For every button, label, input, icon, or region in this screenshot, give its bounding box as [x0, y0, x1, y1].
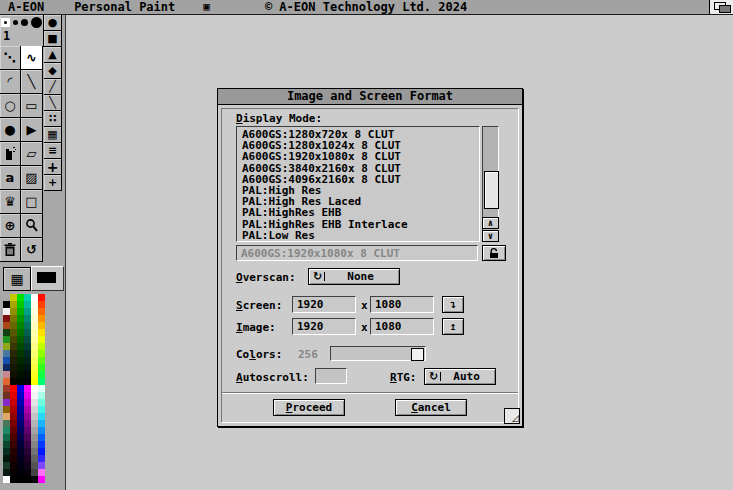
palette-color-cell[interactable] — [3, 301, 10, 308]
palette-color-cell[interactable] — [24, 329, 31, 336]
palette-color-cell[interactable] — [38, 399, 45, 406]
palette-color-cell[interactable] — [17, 392, 24, 399]
mode-list-scrollbar[interactable]: ∧ ∨ — [482, 126, 499, 242]
palette-color-cell[interactable] — [24, 301, 31, 308]
palette-color-cell[interactable] — [3, 434, 10, 441]
brush-size-selector[interactable]: 1 — [0, 15, 44, 47]
display-mode-option[interactable]: A600GS:1920x1080x 8 CLUT — [242, 151, 479, 162]
palette-color-cell[interactable] — [17, 371, 24, 378]
palette-color-cell[interactable] — [31, 448, 38, 455]
modifier-filled-triangle-button[interactable]: ▲ — [44, 47, 62, 63]
image-window-icon[interactable]: ▣ — [203, 0, 210, 14]
palette-color-cell[interactable] — [31, 294, 38, 301]
palette-color-cell[interactable] — [24, 385, 31, 392]
brush-size-4[interactable] — [31, 17, 42, 28]
palette-color-cell[interactable] — [10, 350, 17, 357]
palette-color-cell[interactable] — [31, 399, 38, 406]
tool-polygon-button[interactable]: ▶ — [21, 118, 43, 142]
palette-color-cell[interactable] — [17, 350, 24, 357]
modifier-sparse-dots-button[interactable]: ∷ — [44, 111, 62, 127]
palette-color-cell[interactable] — [3, 308, 10, 315]
palette-color-cell[interactable] — [10, 315, 17, 322]
screen-height-input[interactable]: 1080 — [370, 296, 434, 313]
palette-color-cell[interactable] — [38, 371, 45, 378]
palette-color-cell[interactable] — [17, 427, 24, 434]
tool-rectangle-button[interactable]: ▭ — [21, 94, 43, 118]
palette-color-cell[interactable] — [24, 455, 31, 462]
palette-color-cell[interactable] — [24, 420, 31, 427]
palette-color-cell[interactable] — [3, 336, 10, 343]
palette-color-cell[interactable] — [38, 301, 45, 308]
rtg-cycle[interactable]: ↻Auto — [424, 368, 496, 385]
modifier-diagonal-thin-button[interactable]: ╱ — [44, 79, 62, 95]
palette-color-cell[interactable] — [31, 350, 38, 357]
palette-color-cell[interactable] — [3, 441, 10, 448]
palette-color-cell[interactable] — [17, 441, 24, 448]
palette-color-cell[interactable] — [17, 308, 24, 315]
palette-color-cell[interactable] — [31, 427, 38, 434]
palette-color-cell[interactable] — [31, 385, 38, 392]
image-width-input[interactable]: 1920 — [292, 318, 356, 335]
lock-button[interactable] — [482, 245, 506, 261]
palette-color-cell[interactable] — [31, 336, 38, 343]
palette-color-cell[interactable] — [3, 427, 10, 434]
palette-color-cell[interactable] — [17, 420, 24, 427]
palette-color-cell[interactable] — [24, 399, 31, 406]
palette-color-cell[interactable] — [38, 329, 45, 336]
palette-color-cell[interactable] — [10, 427, 17, 434]
dialog-title-bar[interactable]: Image and Screen Format — [218, 89, 522, 105]
palette-color-cell[interactable] — [10, 322, 17, 329]
scroll-up-button[interactable]: ∧ — [482, 217, 499, 229]
palette-color-cell[interactable] — [10, 294, 17, 301]
palette-color-cell[interactable] — [17, 434, 24, 441]
palette-color-cell[interactable] — [38, 294, 45, 301]
modifier-horizontal-lines-button[interactable]: ≡ — [44, 143, 62, 159]
palette-color-cell[interactable] — [24, 476, 31, 483]
palette-color-cell[interactable] — [3, 413, 10, 420]
palette-color-cell[interactable] — [10, 406, 17, 413]
palette-color-cell[interactable] — [17, 469, 24, 476]
modifier-diagonal-thick-button[interactable]: ╲ — [44, 95, 62, 111]
palette-color-cell[interactable] — [24, 406, 31, 413]
palette-color-cell[interactable] — [3, 406, 10, 413]
palette-color-cell[interactable] — [31, 378, 38, 385]
palette-color-cell[interactable] — [31, 420, 38, 427]
palette-color-cell[interactable] — [3, 455, 10, 462]
palette-color-cell[interactable] — [31, 413, 38, 420]
palette-color-cell[interactable] — [3, 350, 10, 357]
palette-color-cell[interactable] — [24, 322, 31, 329]
current-color-swatch[interactable] — [37, 272, 56, 283]
tool-curve-button[interactable]: ◜ — [0, 70, 21, 94]
palette-color-cell[interactable] — [31, 371, 38, 378]
modifier-dense-dots-button[interactable]: ▦ — [44, 127, 62, 143]
palette-grid-button[interactable]: ▦ — [3, 267, 31, 291]
tool-ellipse-button[interactable]: ○ — [0, 94, 21, 118]
tool-zoom-button[interactable] — [21, 214, 43, 238]
tool-crown-brush-button[interactable]: ♛ — [0, 190, 21, 214]
brush-size-2[interactable] — [13, 20, 18, 25]
colors-slider[interactable] — [330, 346, 426, 361]
palette-color-cell[interactable] — [10, 476, 17, 483]
palette-color-cell[interactable] — [17, 329, 24, 336]
palette-color-cell[interactable] — [10, 448, 17, 455]
palette-color-cell[interactable] — [17, 448, 24, 455]
palette-color-cell[interactable] — [17, 315, 24, 322]
palette-color-cell[interactable] — [10, 462, 17, 469]
overscan-cycle[interactable]: ↻None — [308, 268, 400, 285]
palette-color-cell[interactable] — [24, 448, 31, 455]
palette-color-cell[interactable] — [10, 357, 17, 364]
autoscroll-checkbox[interactable] — [315, 368, 347, 384]
display-mode-option[interactable]: PAL:Low Res — [242, 230, 479, 241]
palette-color-cell[interactable] — [38, 392, 45, 399]
modifier-thin-cross-button[interactable]: + — [44, 175, 62, 191]
palette-color-cell[interactable] — [10, 392, 17, 399]
palette-color-cell[interactable] — [17, 455, 24, 462]
palette-color-cell[interactable] — [38, 343, 45, 350]
palette-color-cell[interactable] — [38, 364, 45, 371]
palette-color-cell[interactable] — [17, 364, 24, 371]
palette-color-cell[interactable] — [3, 343, 10, 350]
palette-color-cell[interactable] — [24, 294, 31, 301]
palette-color-cell[interactable] — [3, 420, 10, 427]
palette-color-cell[interactable] — [38, 469, 45, 476]
palette-color-cell[interactable] — [38, 441, 45, 448]
